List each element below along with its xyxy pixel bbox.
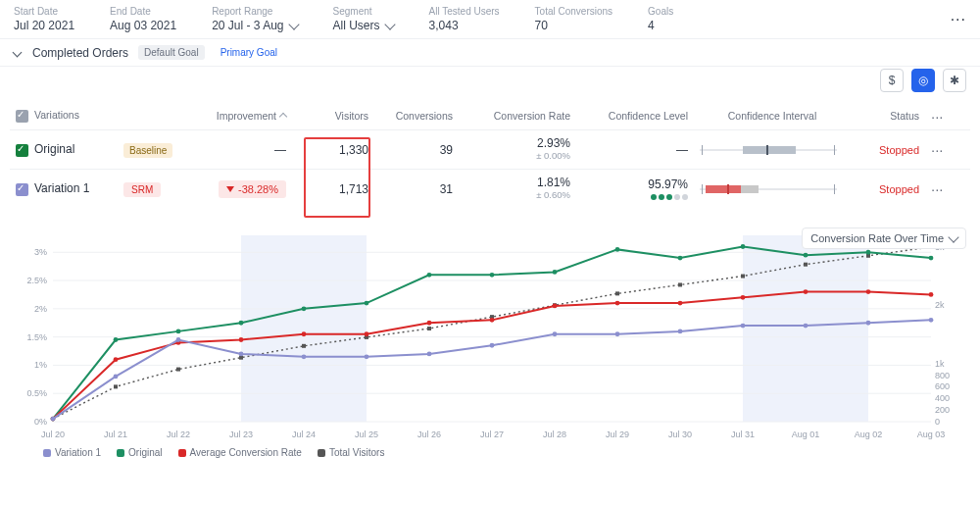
svg-point-64 — [678, 256, 683, 261]
conv-rate-cell: 2.93%± 0.00% — [459, 137, 576, 162]
col-visitors[interactable]: Visitors — [292, 110, 374, 122]
conv-rate-cell: 1.81%± 0.60% — [459, 177, 576, 201]
svg-point-70 — [114, 357, 119, 362]
header-overflow-menu[interactable]: ··· — [951, 11, 966, 28]
svg-point-85 — [114, 375, 119, 380]
svg-point-76 — [490, 318, 495, 323]
svg-text:Jul 23: Jul 23 — [229, 430, 253, 439]
svg-point-75 — [427, 321, 432, 326]
svg-text:Jul 31: Jul 31 — [731, 430, 755, 439]
svg-text:1%: 1% — [34, 360, 47, 370]
svg-point-86 — [176, 337, 181, 342]
chevron-down-icon — [384, 19, 395, 29]
svg-point-72 — [239, 337, 244, 342]
svg-point-66 — [804, 253, 808, 258]
confidence-dots-icon — [651, 194, 688, 200]
baseline-tag: Baseline — [123, 143, 172, 158]
table-row: Variation 1 SRM -38.28% 1,713 31 1.81%± … — [10, 169, 970, 208]
chart-metric-dropdown[interactable]: Conversion Rate Over Time — [802, 228, 966, 249]
users-view-button[interactable]: ✱ — [943, 69, 966, 92]
svg-point-58 — [302, 306, 307, 311]
svg-point-92 — [553, 331, 558, 336]
col-status[interactable]: Status — [851, 110, 925, 122]
svg-point-59 — [365, 301, 369, 306]
svg-text:2%: 2% — [34, 304, 47, 314]
select-all-checkbox[interactable] — [16, 110, 28, 123]
svg-rect-49 — [678, 282, 682, 286]
col-improvement-sort[interactable]: Improvement — [200, 110, 286, 122]
triangle-down-icon — [226, 186, 234, 192]
svg-point-55 — [114, 337, 119, 342]
svg-point-87 — [239, 352, 244, 357]
conversions-cell: 39 — [374, 143, 459, 157]
confidence-cell: — — [576, 143, 694, 157]
goal-section-header[interactable]: Completed Orders Default Goal Primary Go… — [0, 39, 980, 67]
col-ci[interactable]: Confidence Interval — [694, 110, 851, 122]
ci-cell — [694, 145, 851, 155]
svg-text:Jul 25: Jul 25 — [355, 430, 378, 439]
row-overflow-menu[interactable]: ··· — [925, 180, 949, 197]
view-mode-bar: $ ◎ ✱ — [880, 69, 966, 92]
chevron-down-icon — [288, 19, 299, 29]
visitors-cell: 1,713 — [292, 182, 374, 196]
svg-text:400: 400 — [935, 393, 950, 403]
conversions-cell: 31 — [374, 182, 459, 196]
chevron-up-icon — [279, 113, 287, 121]
svg-text:1.5%: 1.5% — [26, 332, 47, 342]
report-range-field[interactable]: Report Range 20 Jul - 3 Aug — [212, 6, 297, 32]
svg-text:Jul 24: Jul 24 — [292, 430, 316, 439]
confidence-interval-bar — [700, 184, 837, 194]
confidence-interval-bar — [700, 145, 837, 155]
svg-point-88 — [302, 354, 307, 359]
legend-item: Average Conversion Rate — [178, 447, 302, 458]
confidence-cell: 95.97% — [576, 177, 694, 200]
row-checkbox[interactable] — [16, 144, 28, 157]
col-variations: Variations — [10, 109, 118, 123]
start-date-field: Start Date Jul 20 2021 — [14, 6, 74, 32]
col-confidence[interactable]: Confidence Level — [576, 110, 694, 122]
svg-rect-51 — [804, 263, 808, 267]
chevron-down-icon — [13, 48, 23, 58]
percent-view-button[interactable]: ◎ — [911, 69, 935, 92]
svg-text:Aug 02: Aug 02 — [855, 430, 883, 439]
svg-text:Jul 20: Jul 20 — [41, 430, 65, 439]
col-conv-rate[interactable]: Conversion Rate — [459, 110, 576, 122]
svg-point-65 — [741, 244, 746, 249]
variations-table: Variations Improvement Visitors Conversi… — [0, 67, 980, 208]
svg-point-96 — [804, 324, 808, 329]
svg-point-61 — [490, 273, 495, 278]
svg-rect-40 — [114, 384, 118, 388]
svg-text:0: 0 — [935, 417, 940, 427]
svg-point-95 — [741, 324, 746, 329]
ci-cell — [694, 184, 851, 194]
improvement-cell: — — [194, 143, 292, 157]
svg-point-77 — [553, 304, 558, 309]
table-row: Original Baseline — 1,330 39 2.93%± 0.00… — [10, 129, 970, 169]
row-overflow-menu[interactable]: ··· — [925, 141, 949, 158]
svg-rect-41 — [176, 368, 180, 372]
segment-field[interactable]: Segment All Users — [333, 6, 394, 32]
svg-point-60 — [427, 273, 432, 278]
variation-name-cell: Original — [10, 142, 118, 156]
svg-point-82 — [866, 289, 871, 294]
svg-text:200: 200 — [935, 405, 950, 415]
row-checkbox[interactable] — [16, 183, 28, 196]
currency-view-button[interactable]: $ — [880, 69, 904, 92]
svg-point-57 — [239, 321, 244, 326]
svg-text:Jul 30: Jul 30 — [668, 430, 692, 439]
svg-point-68 — [929, 256, 934, 261]
svg-point-93 — [615, 331, 620, 336]
svg-point-78 — [615, 301, 620, 306]
end-date-label: End Date — [110, 6, 176, 17]
col-conversions[interactable]: Conversions — [374, 110, 459, 122]
svg-point-62 — [553, 270, 558, 275]
srm-tag: SRM — [123, 182, 161, 197]
table-overflow-menu[interactable]: ··· — [925, 108, 949, 125]
svg-text:3%: 3% — [34, 247, 47, 257]
legend-item: Variation 1 — [43, 447, 101, 458]
primary-goal-tag[interactable]: Primary Goal — [215, 45, 283, 60]
svg-text:Jul 29: Jul 29 — [606, 430, 629, 439]
svg-point-83 — [929, 292, 934, 297]
svg-point-67 — [866, 250, 871, 255]
chart-legend: Variation 1 Original Average Conversion … — [14, 447, 966, 458]
